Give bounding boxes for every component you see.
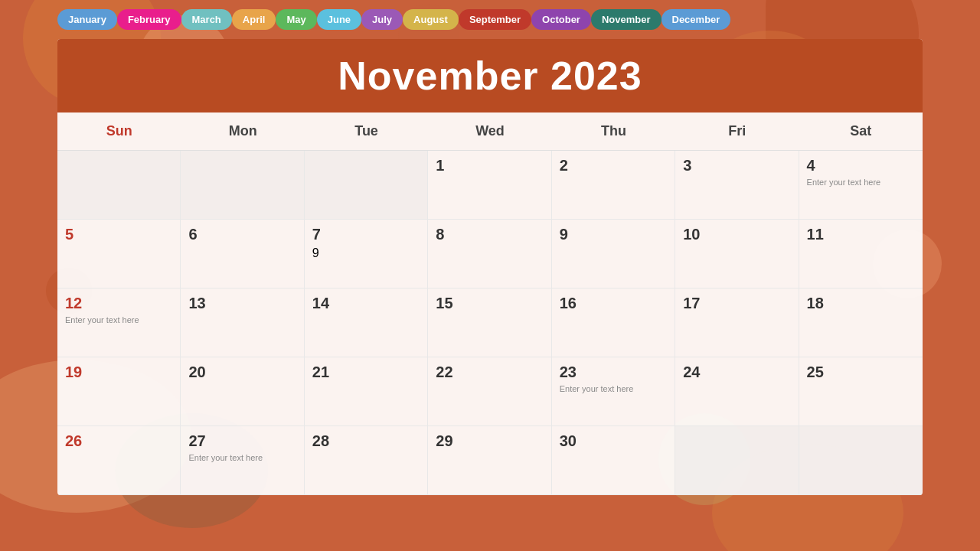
day-number: 8 [436,226,543,243]
month-tab-july[interactable]: July [361,9,403,30]
day-number: 17 [683,295,790,312]
calendar-cell[interactable]: 30 [552,426,675,495]
calendar-cell[interactable]: 14 [305,289,428,357]
day-number: 7 [312,226,420,243]
calendar-cell[interactable]: 4Enter your text here [799,151,923,220]
day-number: 22 [436,364,543,381]
day-number: 13 [188,295,296,312]
day-number: 26 [65,432,172,450]
day-number: 4 [807,157,915,174]
day-header-thu: Thu [552,112,675,150]
calendar-cell [57,151,181,220]
cell-note: Enter your text here [560,384,667,393]
day-number: 9 [560,226,667,243]
day-number: 19 [65,364,172,381]
day-header-tue: Tue [305,112,428,150]
cell-note: Enter your text here [188,453,296,462]
calendar-cell[interactable]: 27Enter your text here [181,426,304,495]
calendar-container: November 2023 SunMonTueWedThuFriSat 1234… [57,39,923,495]
day-number: 30 [560,432,667,450]
calendar-cell[interactable]: 5 [57,220,181,289]
calendar-cell[interactable]: 3 [675,151,799,220]
day-number: 1 [436,157,543,174]
calendar-cell[interactable]: 17 [675,289,799,357]
day-number: 12 [65,295,172,312]
calendar-cell[interactable]: 9 [552,220,675,289]
day-headers: SunMonTueWedThuFriSat [57,112,923,151]
calendar-cell[interactable]: 18 [799,289,923,357]
calendar-cell[interactable]: 24 [675,357,799,426]
day-number: 11 [807,226,915,243]
calendar-cell [305,151,428,220]
month-tab-february[interactable]: February [117,9,181,30]
day-header-wed: Wed [428,112,551,150]
month-tab-december[interactable]: December [662,9,731,30]
calendar-cell[interactable]: 29 [428,426,551,495]
calendar-cell[interactable]: 23Enter your text here [552,357,675,426]
calendar-cell[interactable]: 6 [181,220,304,289]
month-tab-january[interactable]: January [57,9,117,30]
day-number: 14 [312,295,420,312]
day-header-sun: Sun [57,112,181,150]
day-number: 2 [560,157,667,174]
month-tab-march[interactable]: March [181,9,232,30]
calendar-cell[interactable]: 12Enter your text here [57,289,181,357]
day-number: 25 [807,364,915,381]
day-number: 6 [188,226,296,243]
day-number: 16 [560,295,667,312]
calendar-cell[interactable]: 25 [799,357,923,426]
calendar-cell[interactable]: 10 [675,220,799,289]
month-tab-october[interactable]: October [531,9,591,30]
calendar-cell [799,426,923,495]
month-tab-may[interactable]: May [276,9,316,30]
day-header-sat: Sat [799,112,923,150]
calendar-cell [675,426,799,495]
month-navigation: JanuaryFebruaryMarchAprilMayJuneJulyAugu… [0,0,980,39]
month-tab-november[interactable]: November [591,9,662,30]
day-number: 27 [188,432,296,450]
calendar-cell[interactable]: 15 [428,289,551,357]
month-tab-april[interactable]: April [232,9,276,30]
calendar-cell [181,151,304,220]
calendar-cell[interactable]: 16 [552,289,675,357]
cell-note: Enter your text here [65,315,172,324]
day-header-fri: Fri [675,112,799,150]
day-number: 29 [436,432,543,450]
calendar-cell[interactable]: 13 [181,289,304,357]
calendar-cell[interactable]: 1 [428,151,551,220]
day-number: 5 [65,226,172,243]
calendar-title: November 2023 [57,53,923,99]
calendar-cell[interactable]: 11 [799,220,923,289]
calendar-cell[interactable]: 8 [428,220,551,289]
calendar-cell[interactable]: 79 [305,220,428,289]
calendar-grid: 1234Enter your text here567989101112Ente… [57,151,923,495]
day-number: 3 [683,157,790,174]
calendar-header: November 2023 [57,39,923,112]
calendar-cell[interactable]: 21 [305,357,428,426]
calendar-cell[interactable]: 20 [181,357,304,426]
day-number: 15 [436,295,543,312]
cell-note: Enter your text here [807,178,915,187]
day-number: 10 [683,226,790,243]
day-number: 21 [312,364,420,381]
day-number: 28 [312,432,420,450]
calendar-cell[interactable]: 19 [57,357,181,426]
calendar-cell[interactable]: 28 [305,426,428,495]
day-number-sub: 9 [312,246,420,260]
calendar-cell[interactable]: 22 [428,357,551,426]
day-number: 24 [683,364,790,381]
month-tab-june[interactable]: June [317,9,361,30]
calendar-cell[interactable]: 2 [552,151,675,220]
calendar-cell[interactable]: 26 [57,426,181,495]
day-header-mon: Mon [181,112,304,150]
day-number: 18 [807,295,915,312]
month-tab-september[interactable]: September [459,9,531,30]
day-number: 23 [560,364,667,381]
month-tab-august[interactable]: August [403,9,459,30]
day-number: 20 [188,364,296,381]
